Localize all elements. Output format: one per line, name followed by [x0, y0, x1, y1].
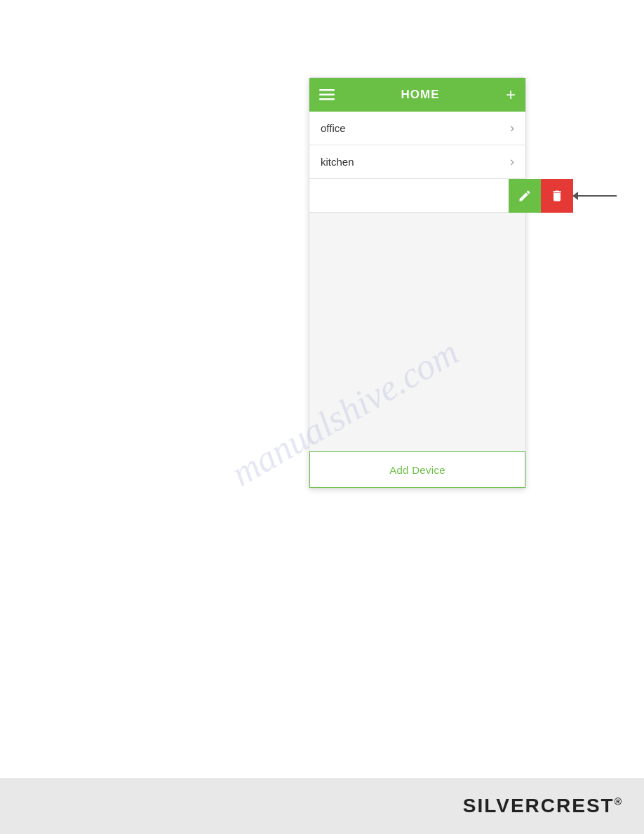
svg-rect-0	[319, 89, 335, 91]
list-item-office[interactable]: office ›	[309, 112, 525, 145]
arrow-line	[578, 195, 617, 197]
app-container: HOME + office › kitchen › ›	[309, 77, 526, 489]
delete-icon	[550, 189, 564, 203]
menu-icon[interactable]	[319, 89, 335, 100]
content-area: manualshive.com	[309, 213, 525, 451]
add-device-button[interactable]: Add Device	[309, 451, 525, 488]
edit-button[interactable]	[509, 179, 541, 213]
svg-rect-2	[319, 98, 335, 100]
svg-rect-1	[319, 94, 335, 96]
header-title: HOME	[401, 88, 439, 102]
arrow-indicator	[572, 192, 617, 200]
chevron-right-icon-kitchen: ›	[510, 154, 514, 169]
chevron-right-icon-office: ›	[510, 121, 514, 135]
list-item-office-label: office	[321, 122, 346, 134]
app-header: HOME +	[309, 78, 525, 112]
add-icon[interactable]: +	[506, 86, 516, 103]
swipe-row: ›	[309, 179, 525, 213]
footer-bar: SilverCrest®	[0, 778, 644, 834]
swipe-row-content: ›	[309, 179, 525, 212]
list-item-kitchen-label: kitchen	[321, 156, 354, 168]
delete-button[interactable]	[541, 179, 573, 213]
edit-icon	[518, 189, 532, 203]
silvercrest-logo: SilverCrest®	[463, 795, 623, 817]
list-item-kitchen[interactable]: kitchen ›	[309, 145, 525, 179]
brand-name: SilverCrest	[463, 795, 615, 816]
swipe-actions	[509, 179, 573, 212]
arrow-head	[572, 192, 578, 200]
trademark-symbol: ®	[615, 796, 623, 807]
